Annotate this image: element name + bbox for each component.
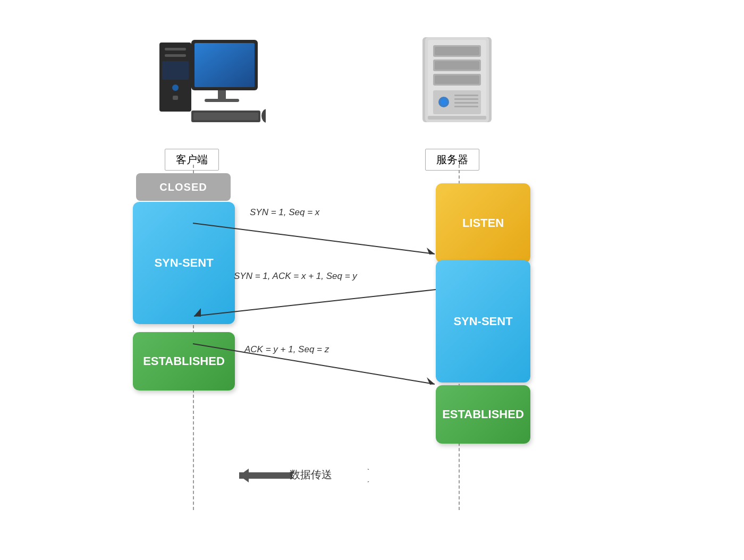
svg-marker-39 xyxy=(368,469,377,482)
svg-point-13 xyxy=(261,109,266,123)
svg-rect-9 xyxy=(218,90,226,100)
svg-rect-5 xyxy=(162,61,189,80)
closed-state: CLOSED xyxy=(136,173,231,201)
svg-point-26 xyxy=(441,99,447,105)
svg-rect-12 xyxy=(193,113,258,120)
svg-marker-33 xyxy=(427,248,435,254)
svg-marker-38 xyxy=(239,469,249,482)
svg-rect-28 xyxy=(454,98,478,100)
svg-rect-27 xyxy=(454,95,478,96)
svg-rect-29 xyxy=(454,102,478,104)
svg-point-4 xyxy=(172,84,179,91)
server-label: 服务器 xyxy=(425,149,479,171)
arrows-svg xyxy=(0,0,744,560)
svg-rect-10 xyxy=(205,99,239,102)
svg-rect-1 xyxy=(165,48,186,50)
tcp-diagram: 客户端 服务器 CLOSED SYN-SENT ESTABLISHED LIST… xyxy=(0,0,744,560)
client-computer-icon xyxy=(138,32,276,135)
svg-rect-30 xyxy=(454,106,478,107)
svg-marker-37 xyxy=(427,377,435,385)
established-server-state: ESTABLISHED xyxy=(436,385,530,444)
data-transfer-label: 数据传送 xyxy=(290,468,332,482)
svg-rect-21 xyxy=(435,61,479,70)
svg-rect-8 xyxy=(195,43,255,87)
syn-sent-client-state: SYN-SENT xyxy=(133,202,235,324)
arrow-label-3: ACK = y + 1, Seq = z xyxy=(244,344,329,355)
server-icon xyxy=(404,32,510,135)
svg-rect-19 xyxy=(435,47,479,55)
svg-rect-3 xyxy=(173,96,178,100)
svg-rect-31 xyxy=(428,116,486,120)
listen-server-state: LISTEN xyxy=(436,183,530,263)
client-label: 客户端 xyxy=(165,149,219,171)
svg-rect-23 xyxy=(435,75,479,84)
syn-sent-server-state: SYN-SENT xyxy=(436,260,530,383)
arrow-label-2: SYN = 1, ACK = x + 1, Seq = y xyxy=(234,271,357,282)
arrow-label-1: SYN = 1, Seq = x xyxy=(250,207,319,218)
svg-rect-2 xyxy=(165,54,186,57)
established-client-state: ESTABLISHED xyxy=(133,332,235,391)
